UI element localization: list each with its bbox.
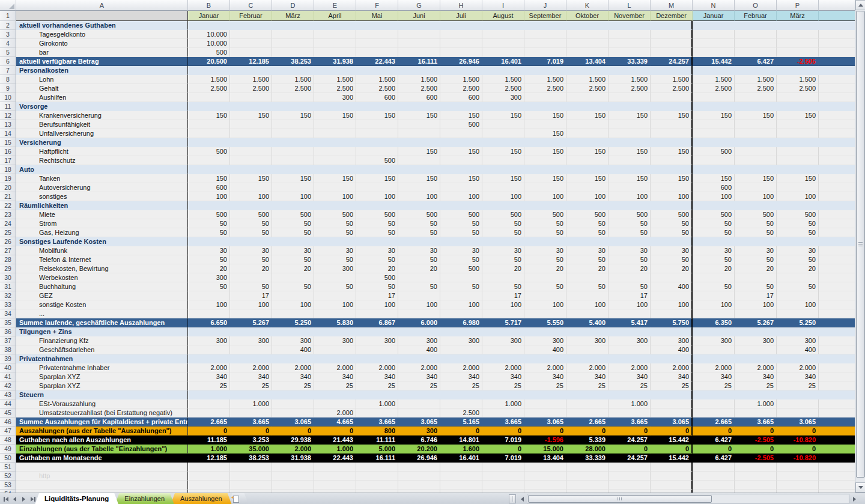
cell-K40[interactable]: 2.000 — [566, 363, 609, 372]
cell-A34[interactable]: ... — [16, 309, 188, 318]
cell-M46[interactable]: 3.065 — [651, 417, 693, 427]
cell-N29[interactable]: 20 — [693, 264, 735, 273]
cell-A49[interactable]: Einzahlungen (aus der Tabelle "Einzahlun… — [16, 445, 188, 454]
cell-O52[interactable] — [735, 472, 777, 481]
cell-L14[interactable] — [609, 129, 651, 138]
cell-I23[interactable]: 500 — [482, 210, 524, 219]
cell-L52[interactable] — [609, 472, 651, 481]
cell-P22[interactable] — [777, 201, 819, 210]
cell-K6[interactable]: 13.404 — [566, 57, 609, 66]
cell-E21[interactable]: 100 — [314, 192, 356, 201]
cell-C33[interactable]: 100 — [230, 300, 272, 309]
cell-E43[interactable] — [314, 390, 356, 399]
cell-N51[interactable] — [693, 463, 735, 472]
cell-K8[interactable]: 1.500 — [566, 75, 609, 84]
cell-E17[interactable] — [314, 156, 356, 165]
cell-N10[interactable] — [693, 93, 735, 102]
cell-L48[interactable]: 24.257 — [609, 436, 651, 445]
row-header-48[interactable]: 48 — [0, 436, 16, 445]
cell-E23[interactable]: 500 — [314, 210, 356, 219]
month-header-I[interactable]: August — [482, 11, 524, 21]
cell-A23[interactable]: Miete — [16, 210, 188, 219]
cell-P3[interactable] — [777, 30, 819, 39]
scroll-up-button[interactable] — [855, 0, 865, 10]
cell-F30[interactable]: 500 — [356, 273, 398, 282]
row-header-10[interactable]: 10 — [0, 93, 16, 102]
month-header-B[interactable]: Januar — [188, 11, 230, 21]
cell-P20[interactable] — [777, 183, 819, 192]
cell-P21[interactable]: 100 — [777, 192, 819, 201]
cell-C37[interactable]: 300 — [230, 336, 272, 345]
cell-N16[interactable]: 500 — [693, 147, 735, 156]
cell-H26[interactable] — [440, 237, 482, 246]
cell-N20[interactable]: 600 — [693, 183, 735, 192]
cell-H13[interactable]: 500 — [440, 120, 482, 129]
cell-O19[interactable]: 150 — [735, 174, 777, 183]
cell-P10[interactable] — [777, 93, 819, 102]
cell-L46[interactable]: 3.665 — [609, 417, 651, 427]
cell-I18[interactable] — [482, 165, 524, 174]
cell-F9[interactable]: 2.500 — [356, 84, 398, 93]
cell-G29[interactable]: 20 — [398, 264, 440, 273]
cell-E42[interactable]: 25 — [314, 381, 356, 390]
sliver-21[interactable] — [819, 192, 855, 201]
cell-O23[interactable]: 500 — [735, 210, 777, 219]
cell-N14[interactable] — [693, 129, 735, 138]
cell-P16[interactable] — [777, 147, 819, 156]
cell-B21[interactable]: 100 — [188, 192, 230, 201]
cell-B12[interactable]: 150 — [188, 111, 230, 120]
cell-F17[interactable]: 500 — [356, 156, 398, 165]
cell-H39[interactable] — [440, 354, 482, 363]
cell-D41[interactable]: 340 — [272, 372, 314, 381]
cell-A40[interactable]: Privatentnahme Inhaber — [16, 363, 188, 372]
cell-F38[interactable] — [356, 345, 398, 354]
cell-C24[interactable]: 50 — [230, 219, 272, 228]
cell-J15[interactable] — [524, 138, 566, 147]
cell-F8[interactable]: 1.500 — [356, 75, 398, 84]
cell-L29[interactable]: 20 — [609, 264, 651, 273]
cell-O8[interactable]: 1.500 — [735, 75, 777, 84]
cell-K20[interactable] — [566, 183, 609, 192]
cell-D30[interactable] — [272, 273, 314, 282]
cell-N32[interactable] — [693, 291, 735, 300]
sliver-24[interactable] — [819, 219, 855, 228]
cell-I27[interactable]: 30 — [482, 246, 524, 255]
cell-G41[interactable]: 340 — [398, 372, 440, 381]
cell-P49[interactable]: 0 — [777, 445, 819, 454]
cell-O2[interactable] — [735, 21, 777, 30]
cell-P30[interactable] — [777, 273, 819, 282]
cell-K4[interactable] — [566, 39, 609, 48]
first-sheet-button[interactable] — [1, 494, 10, 504]
cell-K49[interactable]: 28.000 — [566, 445, 609, 454]
cell-I51[interactable] — [482, 463, 524, 472]
cell-N42[interactable]: 25 — [693, 381, 735, 390]
cell-B33[interactable]: 100 — [188, 300, 230, 309]
cell-A6[interactable]: aktuell verfügbare Betrag — [16, 57, 188, 66]
cell-C28[interactable]: 50 — [230, 255, 272, 264]
cell-B9[interactable]: 2.500 — [188, 84, 230, 93]
cell-K48[interactable]: 5.339 — [566, 436, 609, 445]
cell-I46[interactable]: 3.665 — [482, 417, 524, 427]
cell-F39[interactable] — [356, 354, 398, 363]
cell-H9[interactable]: 2.500 — [440, 84, 482, 93]
cell-E5[interactable] — [314, 48, 356, 57]
row-header-19[interactable]: 19 — [0, 174, 16, 183]
cell-N8[interactable]: 1.500 — [693, 75, 735, 84]
cell-C49[interactable]: 35.000 — [230, 445, 272, 454]
cell-K13[interactable] — [566, 120, 609, 129]
cell-O34[interactable] — [735, 309, 777, 318]
cell-B39[interactable] — [188, 354, 230, 363]
cell-J44[interactable] — [524, 399, 566, 408]
cell-H47[interactable]: 0 — [440, 427, 482, 436]
cell-C15[interactable] — [230, 138, 272, 147]
cell-N34[interactable] — [693, 309, 735, 318]
cell-E20[interactable] — [314, 183, 356, 192]
sliver-53[interactable] — [819, 481, 855, 490]
cell-F49[interactable]: 5.000 — [356, 445, 398, 454]
cell-C41[interactable]: 340 — [230, 372, 272, 381]
cell-O9[interactable]: 2.500 — [735, 84, 777, 93]
cell-G53[interactable] — [398, 481, 440, 490]
cell-D24[interactable]: 50 — [272, 219, 314, 228]
cell-G23[interactable]: 500 — [398, 210, 440, 219]
cell-O30[interactable] — [735, 273, 777, 282]
